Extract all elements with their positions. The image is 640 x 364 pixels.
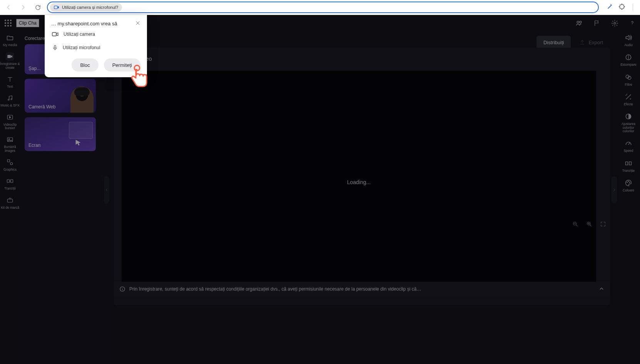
consent-text: Prin înregistrare, sunteți de acord să r… [129, 286, 422, 292]
rail-filters[interactable]: Filtre [618, 73, 638, 86]
share-button-label: Distribuiți [543, 40, 564, 45]
forward-button[interactable] [18, 2, 28, 13]
rail-audio[interactable]: Audio [618, 33, 638, 47]
left-rail: My media Înregistrare & create Text Musi… [0, 31, 20, 364]
upload-icon [579, 39, 585, 45]
rail-transitions[interactable]: Tranziții [0, 177, 20, 190]
rail-label: Graphics [3, 168, 17, 171]
permission-mic-label: Utilizați microfonul [63, 45, 100, 50]
rail-brand-kit[interactable]: Kit de marcă [0, 196, 20, 209]
zoom-in-icon[interactable] [586, 221, 592, 229]
rail-label: Speed [624, 149, 633, 153]
svg-rect-28 [54, 45, 56, 48]
rail-record-create[interactable]: Înregistrare & create [0, 52, 20, 70]
help-icon[interactable] [628, 19, 636, 27]
svg-rect-22 [626, 162, 628, 165]
rail-label: Tranziții [4, 187, 15, 190]
svg-rect-23 [629, 162, 632, 165]
svg-point-25 [628, 181, 629, 182]
reload-button[interactable] [32, 2, 43, 13]
consent-expand[interactable] [598, 286, 605, 293]
permission-origin: … my.sharepoint.com vrea să [51, 21, 117, 27]
svg-point-3 [614, 22, 616, 24]
pen-extension-icon[interactable] [607, 3, 613, 12]
rail-stock-video[interactable]: Videoclip bursier [0, 113, 20, 130]
rail-text[interactable]: Text [0, 75, 20, 88]
export-button[interactable]: Export [575, 36, 608, 49]
rail-graphics[interactable]: Graphics [0, 158, 20, 171]
permission-row-mic: Utilizați microfonul [52, 44, 140, 52]
svg-rect-4 [7, 55, 11, 58]
speaker-icon [624, 33, 633, 42]
rail-stock-images[interactable]: Bursieră images [0, 135, 20, 153]
wand-icon [624, 93, 633, 101]
rail-label: Înregistrare & create [0, 62, 20, 70]
settings-gear-icon[interactable] [611, 19, 618, 27]
permission-block-button[interactable]: Bloc [72, 58, 98, 71]
permission-allow-button[interactable]: Permiteți [104, 58, 140, 71]
svg-point-2 [580, 21, 582, 23]
rail-adjust-colors[interactable]: Ajustarea culorilor culorilor [618, 112, 638, 133]
rail-music[interactable]: Music & SFX [0, 94, 20, 107]
music-icon [6, 94, 14, 102]
thumb-screen[interactable]: Ecran [25, 117, 96, 151]
thumb-label: Cameră Web [28, 104, 55, 110]
camera-icon [54, 5, 60, 10]
info-icon [119, 286, 125, 292]
right-rail: Audio Estompare Filtre Efecte Ajustarea … [617, 31, 640, 364]
collapse-left-panel[interactable] [104, 176, 109, 203]
zoom-out-icon[interactable] [572, 221, 578, 229]
rail-speed[interactable]: Speed [618, 139, 638, 153]
image-icon [6, 135, 14, 144]
close-icon[interactable] [135, 20, 140, 27]
window-graphic [69, 122, 93, 139]
rail-label: Text [7, 85, 13, 88]
collaborate-icon[interactable] [575, 19, 583, 27]
gauge-icon [624, 139, 633, 148]
svg-point-11 [10, 163, 13, 165]
feedback-flag-icon[interactable] [593, 19, 601, 27]
extensions-icon[interactable] [619, 3, 626, 12]
address-bar[interactable]: Utilizați camera și microfonul? [47, 2, 599, 13]
shapes-icon [6, 158, 14, 166]
svg-rect-0 [54, 6, 58, 9]
svg-point-1 [577, 21, 579, 23]
export-button-label: Export [588, 40, 603, 45]
fit-icon[interactable] [600, 221, 606, 229]
palette-icon [624, 179, 633, 187]
svg-rect-14 [7, 199, 13, 202]
svg-point-26 [630, 182, 630, 183]
transition-icon [624, 159, 633, 168]
project-title-input[interactable] [16, 19, 39, 27]
allow-label: Permiteți [112, 62, 132, 68]
permission-dialog: … my.sharepoint.com vrea să Utilizați ca… [45, 15, 147, 77]
rail-label: Ajustarea culorilor culorilor [618, 122, 638, 133]
browser-toolbar: Utilizați camera și microfonul? [0, 0, 640, 15]
rail-fade[interactable]: Estompare [618, 53, 638, 66]
rail-color[interactable]: Culoare [618, 179, 638, 192]
rail-label: Filtre [625, 83, 632, 86]
app-launcher-icon[interactable] [4, 19, 12, 27]
rail-my-media[interactable]: My media [0, 33, 20, 47]
rail-label: Kit de marcă [1, 206, 19, 209]
rail-label: Music & SFX [0, 104, 19, 107]
collapse-right-panel[interactable] [612, 176, 617, 203]
rail-effects[interactable]: Efecte [618, 93, 638, 106]
permission-chip-text: Utilizați camera și microfonul? [62, 5, 118, 10]
permission-row-camera: Utilizați camera [52, 32, 140, 37]
rail-transition[interactable]: Tranziție [618, 159, 638, 173]
rail-label: My media [3, 43, 17, 47]
back-button[interactable] [3, 2, 14, 13]
divider [633, 4, 633, 11]
share-button[interactable]: Distribuiți [536, 36, 571, 49]
recording-consent-bar: Prin înregistrare, sunteți de acord să r… [114, 282, 610, 296]
video-preview: Loading... [122, 71, 596, 294]
thumb-webcam[interactable]: Cameră Web [25, 79, 96, 113]
rail-label: Culoare [623, 189, 634, 192]
svg-point-9 [9, 139, 10, 140]
rail-label: Videoclip bursier [0, 123, 20, 130]
permission-chip[interactable]: Utilizați camera și microfonul? [50, 3, 122, 12]
svg-rect-12 [7, 180, 10, 183]
block-label: Bloc [80, 62, 90, 68]
clipchamp-app: Distribuiți Export 16:9 My media Înregis… [0, 15, 640, 364]
